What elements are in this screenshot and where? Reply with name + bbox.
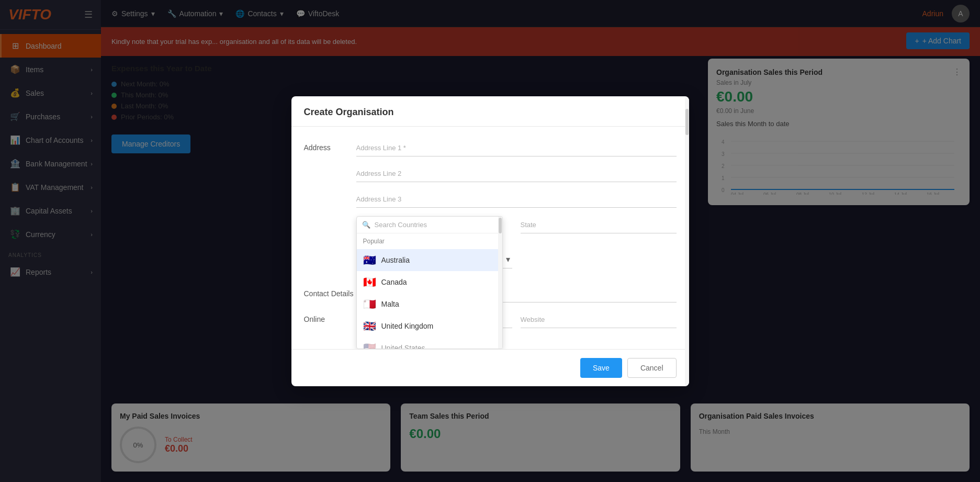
contact-label: Contact Details — [304, 289, 354, 298]
country-name-australia: Australia — [381, 256, 410, 264]
flag-uk: 🇬🇧 — [363, 320, 376, 332]
state-input[interactable] — [521, 216, 677, 233]
country-item-australia[interactable]: 🇦🇺 Australia — [357, 249, 502, 271]
modal-body: Address 🔍 — [291, 127, 689, 349]
address-label: Address — [304, 143, 346, 152]
dropdown-scroll-thumb — [499, 218, 502, 233]
country-search-dropdown: 🔍 Popular 🇦🇺 — [356, 216, 503, 349]
modal-overlay[interactable]: Create Organisation Address — [0, 0, 980, 482]
country-item-canada[interactable]: 🇨🇦 Canada — [357, 271, 502, 293]
modal-scroll-thumb — [685, 109, 689, 135]
flag-australia: 🇦🇺 — [363, 254, 376, 266]
modal-header: Create Organisation — [291, 96, 689, 127]
country-state-row: 🔍 Popular 🇦🇺 — [356, 216, 677, 233]
website-input[interactable] — [521, 311, 677, 328]
address-line2-input[interactable] — [356, 165, 677, 182]
country-popular-header: Popular — [357, 233, 502, 249]
country-list: Popular 🇦🇺 Australia 🇨🇦 Canada — [357, 233, 502, 349]
modal-scrollbar — [685, 96, 689, 386]
address-section: Address 🔍 — [304, 139, 677, 277]
country-search-input[interactable] — [375, 221, 497, 229]
flag-us: 🇺🇸 — [363, 342, 376, 349]
country-name-us: United States — [381, 344, 425, 349]
country-search-wrapper: 🔍 — [357, 217, 502, 233]
address-line3-input[interactable] — [356, 190, 677, 208]
modal-title: Create Organisation — [304, 107, 677, 118]
address-fields: 🔍 Popular 🇦🇺 — [356, 139, 677, 277]
search-icon: 🔍 — [362, 221, 370, 229]
save-button[interactable]: Save — [580, 358, 622, 378]
state-field — [521, 216, 677, 233]
flag-canada: 🇨🇦 — [363, 276, 376, 288]
country-item-malta[interactable]: 🇲🇹 Malta — [357, 293, 502, 315]
country-item-us[interactable]: 🇺🇸 United States — [357, 337, 502, 349]
country-item-uk[interactable]: 🇬🇧 United Kingdom — [357, 315, 502, 337]
modal-footer: Save Cancel — [291, 349, 689, 386]
cancel-button[interactable]: Cancel — [627, 358, 677, 378]
online-label: Online — [304, 315, 346, 323]
flag-malta: 🇲🇹 — [363, 298, 376, 310]
address-line1-input[interactable] — [356, 139, 677, 156]
country-name-malta: Malta — [381, 300, 399, 308]
country-name-canada: Canada — [381, 278, 407, 286]
create-organisation-modal: Create Organisation Address — [291, 96, 689, 386]
dropdown-scrollbar-track — [498, 217, 502, 349]
country-name-uk: United Kingdom — [381, 322, 434, 330]
website-group — [521, 311, 677, 328]
